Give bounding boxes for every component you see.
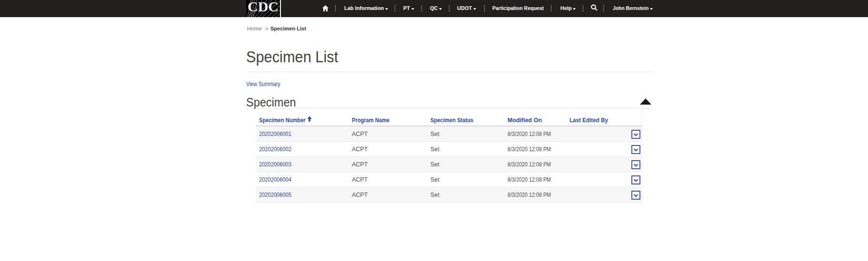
svg-text:CDC: CDC <box>248 0 279 14</box>
